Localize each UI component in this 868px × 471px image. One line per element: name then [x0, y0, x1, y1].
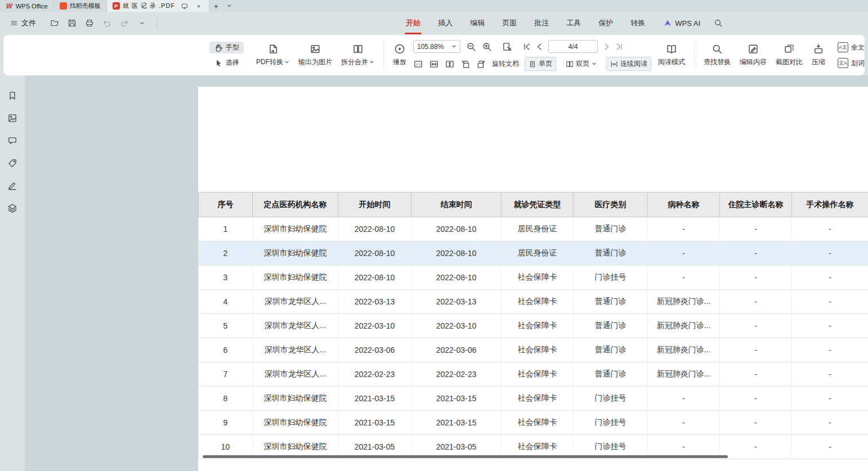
continuous-read-button[interactable]: 连续阅读: [606, 57, 651, 71]
table-row: 3深圳市妇幼保健院2022-08-102022-08-10社会保障卡门诊挂号--…: [199, 266, 868, 290]
export-as-image-button[interactable]: 输出为图片: [294, 41, 337, 69]
fit-width-button[interactable]: [429, 59, 439, 69]
thumbnail-icon[interactable]: [7, 113, 17, 123]
menu-tab-page[interactable]: 页面: [501, 12, 518, 34]
chevron-down-icon: [369, 60, 374, 65]
table-cell: 社会保障卡: [502, 362, 574, 387]
open-file-button[interactable]: [48, 17, 61, 29]
rotate-left-button[interactable]: [460, 59, 471, 69]
horizontal-scrollbar-thumb[interactable]: [203, 455, 728, 458]
table-cell: 1: [199, 217, 253, 241]
full-translate-button[interactable]: A文 全文翻译: [833, 41, 865, 53]
file-menu-button[interactable]: 文件: [6, 16, 41, 30]
comment-icon[interactable]: [7, 136, 17, 146]
table-cell: 社会保障卡: [502, 266, 574, 290]
table-row: 4深圳市龙华区人...2022-03-132022-03-13社会保障卡普通门诊…: [199, 290, 868, 314]
zoom-in-button[interactable]: [482, 42, 492, 52]
menu-tab-edit[interactable]: 编辑: [469, 12, 486, 34]
menu-tab-home[interactable]: 开始: [405, 12, 422, 34]
find-replace-button[interactable]: 查找替换: [699, 41, 735, 69]
last-page-button[interactable]: [615, 42, 624, 51]
single-page-button[interactable]: 单页: [525, 57, 556, 71]
single-page-icon: [529, 60, 536, 68]
table-row: 5深圳市龙华区人...2022-03-102022-03-10社会保障卡普通门诊…: [199, 314, 868, 338]
actual-size-button[interactable]: 1:1: [413, 59, 423, 69]
word-translate-button[interactable]: 文A 划词翻译: [833, 57, 865, 69]
table-cell: 2022-03-06: [411, 338, 502, 362]
fit-page-button[interactable]: [445, 59, 455, 69]
hand-tool-button[interactable]: 手型: [209, 42, 244, 53]
menu-tab-protect[interactable]: 保护: [597, 12, 614, 34]
play-button[interactable]: 播放: [388, 41, 411, 69]
menu-tab-annotate[interactable]: 批注: [533, 12, 550, 34]
edit-content-label: 编辑内容: [740, 57, 767, 67]
undo-button[interactable]: [101, 17, 113, 29]
new-tab-button[interactable]: +: [209, 0, 223, 12]
document-viewport[interactable]: 序号定点医药机构名称开始时间结束时间就诊凭证类型医疗类别病种名称住院主诊断名称手…: [25, 75, 868, 471]
tab-close-icon[interactable]: ×: [194, 2, 203, 11]
tab-list-dropdown[interactable]: [223, 0, 236, 12]
rotate-right-button[interactable]: [476, 59, 486, 69]
edit-pencil-icon: [748, 43, 759, 55]
menu-tab-convert[interactable]: 转换: [629, 12, 646, 34]
cursor-icon: [214, 59, 223, 68]
compress-button[interactable]: 压缩: [807, 41, 830, 69]
play-label: 播放: [393, 57, 406, 67]
rotate-doc-label[interactable]: 旋转文档: [492, 59, 519, 69]
table-cell: -: [792, 435, 868, 459]
two-page-button[interactable]: 双页: [562, 57, 601, 71]
prev-page-button[interactable]: [535, 42, 544, 51]
record-table-header-row: 序号定点医药机构名称开始时间结束时间就诊凭证类型医疗类别病种名称住院主诊断名称手…: [199, 192, 868, 217]
edit-content-button[interactable]: 编辑内容: [735, 41, 771, 69]
table-cell: -: [720, 387, 792, 411]
select-tool-button[interactable]: 选择: [209, 57, 244, 69]
table-cell: 居民身份证: [502, 241, 574, 266]
bookmark-icon[interactable]: [7, 91, 17, 101]
zoom-select[interactable]: 105.88%: [413, 40, 460, 53]
table-cell: 新冠肺炎门诊...: [648, 290, 720, 314]
table-header-cell: 就诊凭证类型: [502, 192, 574, 217]
split-merge-button[interactable]: 拆分合并: [337, 41, 379, 69]
save-button[interactable]: [66, 17, 78, 29]
split-merge-icon: [352, 43, 364, 55]
pdf-convert-button[interactable]: PDF转换: [252, 41, 294, 69]
first-page-button[interactable]: [522, 42, 531, 51]
two-page-icon: [566, 60, 574, 68]
left-panel-rail: [0, 75, 25, 471]
attachment-icon[interactable]: [7, 158, 17, 168]
table-cell: 门诊挂号: [574, 266, 648, 290]
print-button[interactable]: [83, 17, 96, 29]
tab-screen-icon[interactable]: [180, 2, 189, 11]
page-navigation: [522, 40, 624, 53]
table-cell: 深圳市妇幼保健院: [253, 241, 338, 266]
table-cell: 门诊挂号: [574, 387, 648, 411]
table-cell: 深圳市妇幼保健院: [253, 217, 338, 241]
table-cell: -: [648, 241, 720, 266]
table-cell: 2021-03-15: [338, 387, 411, 411]
tab-document-pdf[interactable]: P 就 医 记 录 .PDF ×: [107, 0, 209, 12]
page-number-input[interactable]: [548, 40, 598, 53]
zoom-out-button[interactable]: [466, 42, 476, 52]
table-cell: -: [720, 314, 792, 338]
menu-tab-tools[interactable]: 工具: [565, 12, 582, 34]
signature-icon[interactable]: [7, 181, 17, 191]
next-page-button[interactable]: [602, 42, 611, 51]
table-row: 7深圳市龙华区人...2022-02-232022-02-23社会保障卡普通门诊…: [199, 362, 868, 387]
tab-docer-template[interactable]: 找稻壳模板: [54, 0, 107, 12]
redo-button[interactable]: [118, 17, 131, 29]
wps-ai-button[interactable]: WPS AI: [663, 19, 700, 28]
compress-icon: [813, 43, 824, 55]
undo-history-dropdown[interactable]: [136, 17, 148, 29]
pdf-file-icon: P: [113, 2, 120, 10]
table-cell: -: [720, 338, 792, 362]
screenshot-compare-button[interactable]: 截图对比: [771, 41, 807, 69]
read-mode-button[interactable]: 阅读模式: [654, 41, 690, 69]
menu-tab-insert[interactable]: 插入: [437, 12, 454, 34]
tab-wps-office[interactable]: W WPS Office: [0, 0, 54, 12]
fit-selection-button[interactable]: [502, 42, 512, 52]
table-cell: 6: [199, 338, 253, 362]
layers-icon[interactable]: [7, 203, 17, 213]
pdf-convert-label: PDF转换: [256, 57, 283, 67]
menubar-search-button[interactable]: [714, 19, 723, 28]
table-row: 8深圳市妇幼保健院2021-03-152021-03-15社会保障卡门诊挂号--…: [199, 387, 868, 411]
